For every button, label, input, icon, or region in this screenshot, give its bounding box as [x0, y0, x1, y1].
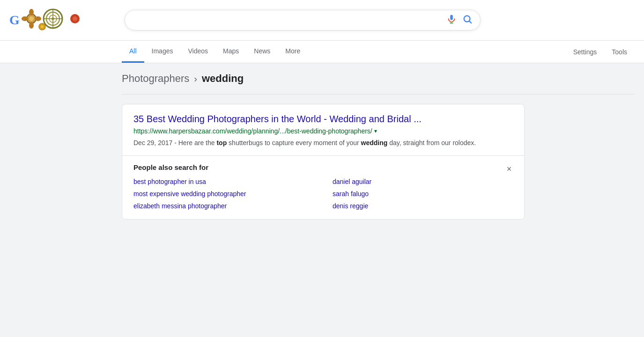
svg-point-2: [29, 9, 34, 15]
search-icons: [446, 14, 473, 26]
tab-videos[interactable]: Videos: [180, 41, 215, 63]
tab-maps[interactable]: Maps: [215, 41, 246, 63]
microphone-icon[interactable]: [446, 14, 457, 26]
pasf-title: People also search for: [133, 163, 513, 171]
logo-doodle: [21, 6, 82, 35]
result-snippet: Dec 29, 2017 - Here are the top shutterb…: [133, 138, 513, 148]
section-divider: [122, 94, 635, 95]
search-box-wrapper: top wedding photographer: [125, 10, 481, 30]
pasf-link-sarah-falugo[interactable]: sarah falugo: [333, 190, 513, 198]
snippet-date: Dec 29, 2017: [133, 139, 172, 147]
result-card: 35 Best Wedding Photographers in the Wor…: [122, 104, 525, 220]
pasf-close-button[interactable]: ×: [503, 163, 515, 175]
search-icon[interactable]: [462, 14, 473, 26]
svg-rect-16: [450, 15, 453, 20]
result-url-row: https://www.harpersbazaar.com/wedding/pl…: [133, 127, 513, 135]
search-box: top wedding photographer: [125, 10, 481, 30]
svg-point-3: [29, 22, 34, 29]
doodle-svg: [21, 6, 82, 31]
tab-all[interactable]: All: [122, 41, 144, 63]
result-main-section: 35 Best Wedding Photographers in the Wor…: [122, 104, 524, 156]
people-also-search-section: × People also search for best photograph…: [122, 156, 524, 219]
settings-button[interactable]: Settings: [566, 42, 605, 62]
search-input[interactable]: top wedding photographer: [133, 15, 441, 25]
nav-tabs: All Images Videos Maps News More Setting…: [0, 41, 644, 63]
tab-news[interactable]: News: [246, 41, 278, 63]
tab-more[interactable]: More: [278, 41, 308, 63]
snippet-text-3: day, straight from our rolodex.: [389, 139, 476, 147]
svg-point-15: [41, 25, 44, 28]
pasf-link-expensive-photographer[interactable]: most expensive wedding photographer: [133, 190, 314, 198]
result-url-dropdown-icon[interactable]: ▾: [374, 128, 377, 134]
header: G: [0, 0, 644, 41]
main-content: Photographers › wedding 35 Best Wedding …: [0, 63, 644, 229]
breadcrumb-chevron-icon: ›: [194, 73, 197, 84]
pasf-link-daniel-aguilar[interactable]: daniel aguilar: [333, 178, 513, 185]
svg-point-1: [29, 16, 34, 21]
snippet-text-2: shutterbugs to capture every moment of y…: [229, 139, 361, 147]
breadcrumb-wedding: wedding: [202, 73, 244, 85]
snippet-bold-top: top: [216, 139, 227, 147]
svg-point-4: [22, 16, 28, 21]
svg-point-5: [35, 16, 41, 21]
logo-area: G: [9, 6, 117, 35]
pasf-link-elizabeth-messina[interactable]: elizabeth messina photographer: [133, 202, 314, 210]
logo-g: G: [9, 13, 20, 28]
breadcrumb: Photographers › wedding: [122, 73, 635, 85]
svg-point-13: [73, 16, 77, 21]
pasf-grid: best photographer in usa daniel aguilar …: [133, 178, 513, 210]
snippet-text-1: - Here are the: [174, 139, 216, 147]
google-logo[interactable]: G: [9, 6, 82, 35]
breadcrumb-photographers[interactable]: Photographers: [122, 73, 189, 85]
pasf-link-denis-reggie[interactable]: denis reggie: [333, 202, 513, 210]
result-url-text[interactable]: https://www.harpersbazaar.com/wedding/pl…: [133, 127, 372, 135]
result-title-link[interactable]: 35 Best Wedding Photographers in the Wor…: [133, 114, 513, 125]
snippet-bold-wedding: wedding: [361, 139, 388, 147]
tools-button[interactable]: Tools: [604, 42, 635, 62]
tab-images[interactable]: Images: [144, 41, 181, 63]
svg-line-18: [469, 21, 471, 23]
pasf-link-best-photographer[interactable]: best photographer in usa: [133, 178, 314, 185]
